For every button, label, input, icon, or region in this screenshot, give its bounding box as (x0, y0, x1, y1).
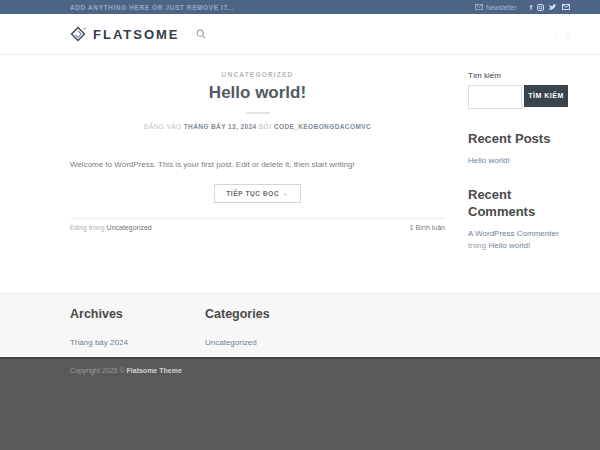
comment-post-link[interactable]: Hello world! (488, 241, 530, 250)
chevron-right-icon[interactable]: › (566, 28, 570, 40)
page: ADD ANYTHING HERE OR JUST REMOVE IT... N… (0, 0, 600, 450)
facebook-icon[interactable]: f (530, 4, 532, 11)
recent-comments-title: Recent Comments (468, 187, 568, 220)
topbar-inner: ADD ANYTHING HERE OR JUST REMOVE IT... N… (70, 4, 570, 11)
meta-by: BỞI (259, 123, 272, 130)
newsletter-label: Newsletter (486, 4, 517, 11)
posted-in: Đăng trong Uncategorized (70, 224, 152, 231)
copyright-brand: Flatsome Theme (127, 367, 182, 374)
recent-post-link[interactable]: Hello world! (468, 156, 510, 165)
newsletter-link[interactable]: Newsletter (475, 4, 517, 11)
topbar-right: Newsletter f (475, 4, 570, 11)
archive-month-link[interactable]: Tháng bảy 2024 (70, 338, 128, 347)
recent-post-item: Hello world! (468, 155, 568, 167)
logo-text: FLATSOME (93, 27, 180, 42)
search-widget-label: Tìm kiếm (468, 71, 568, 80)
category-link[interactable]: Uncategorized (205, 338, 257, 347)
post-excerpt: Welcome to WordPress. This is your first… (70, 159, 445, 171)
flatsome-logo-icon (70, 26, 87, 43)
post-article: UNCATEGORIZED Hello world! ĐĂNG VÀO THÁN… (70, 71, 445, 293)
post-meta: ĐĂNG VÀO THÁNG BẢY 13, 2024 BỞI CODE_KEO… (70, 123, 445, 130)
posted-in-category-link[interactable]: Uncategorized (107, 224, 152, 231)
bottom-widgets: Archives Tháng bảy 2024 Categories Uncat… (0, 293, 600, 357)
chevron-left-icon[interactable]: ‹ (555, 28, 559, 40)
meta-date-link[interactable]: THÁNG BẢY 13, 2024 (184, 123, 257, 130)
title-divider (246, 112, 270, 114)
site-header: FLATSOME ‹ › (0, 14, 600, 55)
instagram-icon[interactable] (537, 4, 544, 11)
meta-author-link[interactable]: CODE_KEOBONGDACOMVC (274, 123, 371, 130)
search-form: TÌM KIẾM (468, 85, 568, 109)
post-category-label[interactable]: UNCATEGORIZED (70, 71, 445, 78)
read-more-row: TIẾP TỤC ĐỌC → (70, 182, 445, 203)
comment-author-link[interactable]: A WordPress Commenter (468, 229, 559, 238)
site-footer: Copyright 2025 © Flatsome Theme (0, 357, 600, 450)
twitter-icon[interactable] (549, 4, 557, 11)
site-logo[interactable]: FLATSOME (70, 26, 180, 43)
content-area: UNCATEGORIZED Hello world! ĐĂNG VÀO THÁN… (0, 55, 600, 293)
search-icon[interactable] (196, 29, 206, 39)
comments-link[interactable]: 1 Bình luận (410, 224, 445, 231)
read-more-button[interactable]: TIẾP TỤC ĐỌC → (214, 184, 300, 203)
post-title[interactable]: Hello world! (70, 83, 445, 103)
header-inner: FLATSOME ‹ › (70, 26, 570, 43)
header-right: ‹ › (555, 28, 570, 40)
comment-connector: trong (468, 241, 486, 250)
recent-comment-item: A WordPress Commenter trong Hello world! (468, 228, 568, 252)
copyright-text: Copyright 2025 © (70, 367, 125, 374)
social-icons: f (530, 4, 570, 11)
categories-title: Categories (205, 307, 340, 321)
search-input[interactable] (468, 85, 522, 109)
meta-prefix: ĐĂNG VÀO (144, 123, 182, 130)
email-icon[interactable] (562, 4, 570, 10)
topbar: ADD ANYTHING HERE OR JUST REMOVE IT... N… (0, 0, 600, 14)
search-submit-button[interactable]: TÌM KIẾM (524, 85, 568, 107)
categories-widget: Categories Uncategorized (205, 307, 340, 357)
envelope-icon (475, 4, 483, 10)
archives-title: Archives (70, 307, 205, 321)
post-footer: Đăng trong Uncategorized 1 Bình luận (70, 218, 445, 231)
topbar-message: ADD ANYTHING HERE OR JUST REMOVE IT... (70, 4, 235, 11)
posted-in-label: Đăng trong (70, 224, 105, 231)
recent-posts-title: Recent Posts (468, 131, 568, 147)
sidebar: Tìm kiếm TÌM KIẾM Recent Posts Hello wor… (468, 71, 568, 293)
archives-widget: Archives Tháng bảy 2024 (70, 307, 205, 357)
